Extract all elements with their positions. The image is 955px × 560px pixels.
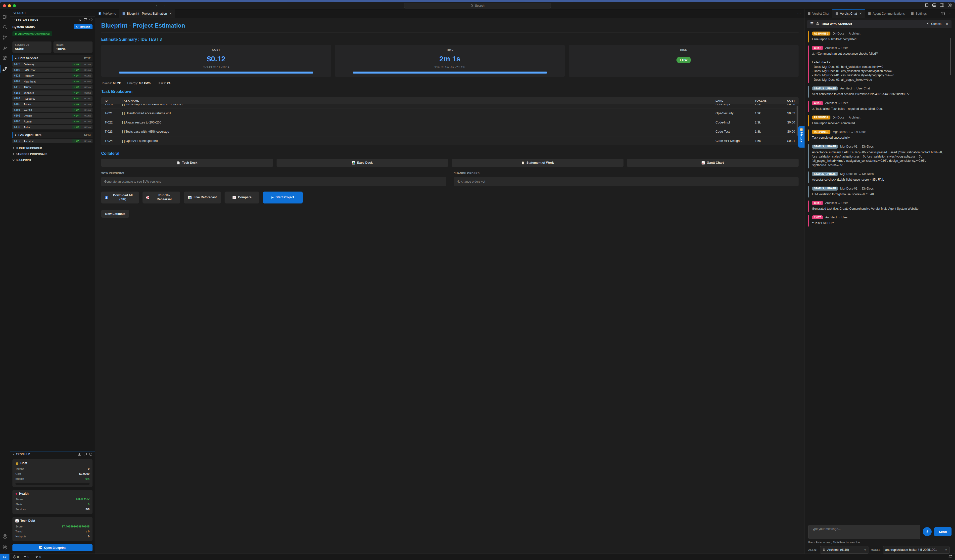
estimate-summary-heading: Estimate Summary : IDE TEST 3 bbox=[101, 37, 478, 42]
service-row[interactable]: 6121 Registry ✓ UP 0.1ms bbox=[13, 73, 92, 78]
service-latency: 0.1ms bbox=[83, 109, 91, 111]
service-row[interactable]: 6116 TRON ✓ UP 0.2ms bbox=[13, 85, 92, 89]
service-row[interactable]: 6101 WebUI ✓ UP 0.1ms bbox=[13, 108, 92, 112]
explorer-icon[interactable] bbox=[0, 11, 10, 22]
tab-welcome[interactable]: Welcome bbox=[95, 9, 119, 18]
collateral-heading: Collateral bbox=[101, 151, 478, 156]
back-icon[interactable]: ← bbox=[155, 3, 159, 7]
service-port: 6110 bbox=[14, 140, 22, 142]
forward-icon[interactable]: → bbox=[163, 3, 166, 7]
refresh-button[interactable]: Refresh bbox=[74, 24, 92, 29]
blueprint-page: Blueprint - Project Estimation Estimate … bbox=[95, 18, 478, 280]
summary-card-label: COST bbox=[212, 48, 220, 51]
service-row[interactable]: 6110 Architect ✓ UP 0.1ms bbox=[13, 139, 92, 144]
chevron-right-icon bbox=[12, 147, 14, 149]
service-up-badge: ✓ UP bbox=[72, 91, 81, 94]
section-flight-recorder[interactable]: FLIGHT RECORDER bbox=[10, 145, 95, 151]
table-row[interactable]: T-024 [ ] OpenAPI spec updated Code-API-… bbox=[101, 136, 478, 145]
change-orders-empty: No change orders yet bbox=[454, 177, 478, 186]
service-row[interactable]: 6130 Aider ✓ UP 0.2ms bbox=[13, 125, 92, 129]
list-icon: ☰ bbox=[122, 12, 125, 16]
extensions-icon[interactable] bbox=[0, 53, 10, 64]
section-sandbox-proposals[interactable]: SANDBOX PROPOSALS bbox=[10, 151, 95, 157]
stat-card: Services Up 56/56 bbox=[13, 42, 52, 53]
statement-of-work-button[interactable]: Statement of Work bbox=[452, 159, 478, 167]
stat-label: Services Up bbox=[15, 43, 49, 46]
tab-label: Welcome bbox=[103, 12, 116, 16]
section-label: SYSTEM STATUS bbox=[16, 18, 38, 21]
task-table-header: ID TASK NAME LANE TOKENS COST bbox=[101, 97, 478, 105]
group-count: 13/13 bbox=[83, 133, 91, 136]
section-system-status[interactable]: SYSTEM STATUS bbox=[10, 16, 95, 22]
service-row[interactable]: 6180 JobCard ✓ UP 0.2ms bbox=[13, 90, 92, 95]
search-view-icon[interactable] bbox=[0, 22, 10, 32]
close-tab-icon[interactable]: ✕ bbox=[169, 12, 172, 16]
welcome-icon bbox=[98, 12, 102, 15]
exec-deck-button[interactable]: Exec Deck bbox=[277, 159, 448, 167]
service-name: Gateway bbox=[23, 63, 70, 66]
sidebar-more-actions-icon[interactable]: ··· bbox=[88, 11, 92, 14]
tab-label: Blueprint - Project Estimation bbox=[127, 12, 167, 16]
chevron-down-icon bbox=[13, 159, 14, 161]
tech-deck-button[interactable]: Tech Deck bbox=[101, 159, 273, 167]
section-blueprint[interactable]: BLUEPRINT bbox=[10, 157, 95, 163]
service-group-header[interactable]: ▶ Core Services 12/12 bbox=[13, 55, 92, 61]
service-row[interactable]: 6103 Router ✓ UP 0.1ms bbox=[13, 119, 92, 124]
service-name: Heartbeat bbox=[23, 80, 70, 83]
verdict-rocket-icon[interactable] bbox=[0, 64, 10, 74]
task-name: [ ] OpenAPI spec updated bbox=[122, 139, 478, 143]
compare-button[interactable]: Compare bbox=[225, 192, 259, 203]
service-name: Events bbox=[23, 114, 70, 117]
editor-tab-bar: Welcome ☰ Blueprint - Project Estimation… bbox=[95, 9, 478, 18]
comment-mini-icon[interactable] bbox=[84, 18, 87, 21]
start-project-button[interactable]: ▶Start Project bbox=[263, 192, 303, 203]
service-row[interactable]: 6102 Events ✓ UP 0.1ms bbox=[13, 113, 92, 118]
task-name: [ ] Unauthorized access returns 401 bbox=[122, 112, 478, 115]
green-dot-icon bbox=[15, 33, 17, 35]
service-up-badge: ✓ UP bbox=[72, 80, 81, 83]
search-icon bbox=[471, 4, 474, 7]
change-orders-label: CHANGE ORDERS bbox=[454, 172, 478, 175]
search-input[interactable]: Search bbox=[404, 3, 478, 8]
group-name: PAS Agent Tiers bbox=[19, 133, 41, 137]
minimize-window-button[interactable] bbox=[8, 4, 11, 7]
source-control-icon[interactable] bbox=[0, 32, 10, 43]
bar-chart-icon bbox=[188, 196, 191, 199]
download-all-zip--button[interactable]: Download All (ZIP) bbox=[101, 192, 139, 203]
task-id: T-023 bbox=[105, 130, 120, 133]
app-window: ← → Search bbox=[0, 2, 478, 280]
service-row[interactable]: 6100 PAS Root ✓ UP 0.1ms bbox=[13, 67, 92, 72]
run-debug-icon[interactable] bbox=[0, 43, 10, 53]
gauge-mini-icon[interactable] bbox=[89, 18, 92, 21]
new-estimate-button[interactable]: New Estimate bbox=[101, 210, 129, 218]
service-row[interactable]: 6109 Heartbeat ✓ UP 0.3ms bbox=[13, 79, 92, 84]
table-row[interactable]: T-021 [ ] Unauthorized access returns 40… bbox=[101, 109, 478, 118]
page-title: Blueprint - Project Estimation bbox=[101, 22, 478, 33]
service-group-header[interactable]: ▶ PAS Agent Tiers 13/13 bbox=[13, 132, 92, 138]
group-name: Core Services bbox=[19, 56, 38, 60]
run-1-rehearsal-button[interactable]: Run 1% Rehearsal bbox=[142, 192, 180, 203]
search-placeholder: Search bbox=[475, 4, 478, 8]
maximize-window-button[interactable] bbox=[13, 4, 16, 7]
bar-chart-mini-icon[interactable] bbox=[78, 18, 81, 21]
close-window-button[interactable] bbox=[3, 4, 6, 7]
stat-value: 100% bbox=[56, 47, 90, 51]
service-row[interactable]: 6105 Token ✓ UP 0.1ms bbox=[13, 102, 92, 106]
service-row[interactable]: 6120 Gateway ✓ UP 0.1ms bbox=[13, 62, 92, 67]
task-name: [ ] Invalid input returns 400 with error… bbox=[122, 105, 478, 106]
live-reforecast-button[interactable]: Live Reforecast bbox=[184, 192, 221, 203]
titlebar: ← → Search bbox=[0, 2, 478, 9]
task-id: T-021 bbox=[105, 112, 120, 115]
service-latency: 0.3ms bbox=[83, 80, 91, 83]
table-row[interactable]: T-020 [ ] Invalid input returns 400 with… bbox=[101, 105, 478, 109]
sow-versions-label: SOW VERSIONS bbox=[101, 172, 446, 175]
stat-card: Health 100% bbox=[53, 42, 92, 53]
service-port: 6103 bbox=[14, 120, 22, 123]
table-row[interactable]: T-022 [ ] Avatar resizes to 200x200 Code… bbox=[101, 118, 478, 127]
chevron-down-icon bbox=[13, 18, 14, 20]
table-row[interactable]: T-023 [ ] Tests pass with >95% coverage … bbox=[101, 127, 478, 136]
service-row[interactable]: 6104 Resource ✓ UP 0.1ms bbox=[13, 96, 92, 101]
task-id: T-020 bbox=[105, 105, 120, 106]
service-latency: 0.2ms bbox=[83, 86, 91, 89]
tab-blueprint-project-estimation[interactable]: ☰ Blueprint - Project Estimation ✕ bbox=[119, 9, 175, 18]
